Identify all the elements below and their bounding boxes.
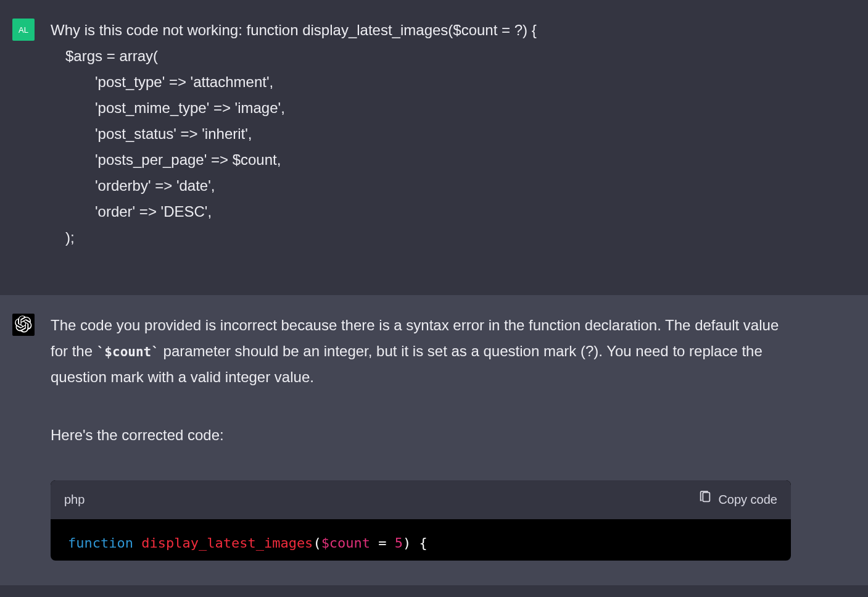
inline-code: `$count` [97,344,159,359]
copy-code-button[interactable]: Copy code [698,489,777,511]
svg-rect-0 [703,493,710,502]
code-token: ) { [403,535,428,551]
user-code-line: $args = array( [51,43,791,69]
code-token-variable: $count [321,535,370,551]
user-code-line: 'order' => 'DESC', [51,199,791,225]
assistant-avatar [12,314,35,336]
user-avatar-initials: AL [19,25,28,35]
user-message-row: AL Why is this code not working: functio… [0,0,868,295]
code-token-function: display_latest_images [141,535,313,551]
user-code-line: 'post_mime_type' => 'image', [51,95,791,121]
openai-logo-icon [15,315,32,335]
assistant-message-content: The code you provided is incorrect becau… [51,312,791,561]
code-block: php Copy code function display_latest_im… [51,480,791,561]
user-code-line: ); [51,225,791,251]
assistant-message-row: The code you provided is incorrect becau… [0,295,868,585]
user-question-text: Why is this code not working: function d… [51,22,537,38]
clipboard-icon [698,489,712,511]
user-code-line: 'posts_per_page' => $count, [51,147,791,173]
user-code-line: 'post_status' => 'inherit', [51,121,791,147]
code-token: ( [313,535,321,551]
code-token-keyword: function [68,535,133,551]
code-token: = [370,535,395,551]
user-avatar: AL [12,19,35,41]
user-code-line: 'post_type' => 'attachment', [51,69,791,95]
user-code-line: 'orderby' => 'date', [51,173,791,199]
code-token-number: 5 [395,535,403,551]
code-block-header: php Copy code [51,480,791,519]
assistant-paragraph: Here's the corrected code: [51,422,791,448]
code-block-body: function display_latest_images($count = … [51,519,791,561]
copy-code-label: Copy code [718,489,777,511]
code-language-label: php [64,489,85,511]
user-message-content: Why is this code not working: function d… [51,17,791,251]
assistant-paragraph: The code you provided is incorrect becau… [51,312,791,390]
